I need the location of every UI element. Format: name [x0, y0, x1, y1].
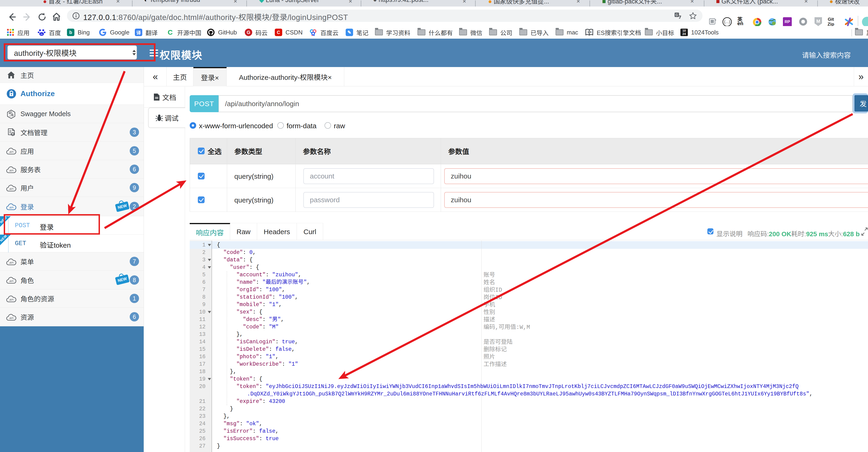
svg-text:du: du [40, 33, 43, 35]
svg-text:API: API [9, 169, 13, 172]
svg-text:API: API [9, 150, 13, 153]
svg-text:API: API [9, 299, 13, 301]
svg-text:API: API [9, 206, 13, 209]
svg-text:API: API [9, 188, 13, 190]
svg-text:G: G [676, 13, 678, 17]
svg-text:API: API [9, 280, 13, 283]
svg-text:1: 1 [587, 31, 589, 33]
svg-text:API: API [9, 261, 13, 264]
svg-text:9: 9 [590, 31, 591, 33]
svg-text:API: API [9, 317, 13, 319]
